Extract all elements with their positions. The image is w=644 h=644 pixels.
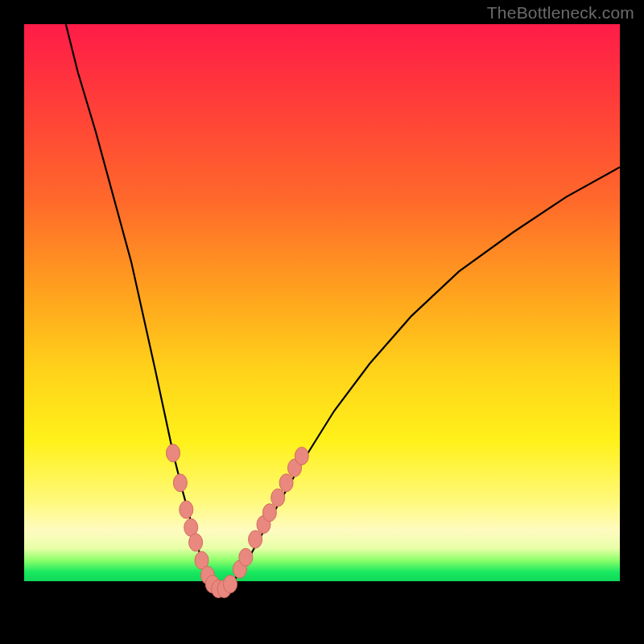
data-marker (239, 548, 253, 566)
data-marker (224, 576, 237, 593)
data-marker (271, 489, 285, 506)
data-marker (189, 534, 203, 551)
data-marker (279, 474, 293, 492)
marker-group (167, 444, 309, 598)
data-marker (262, 504, 276, 522)
data-marker (249, 530, 262, 548)
curve-right (221, 167, 620, 590)
outer-frame: TheBottleneck.com (0, 0, 644, 644)
watermark-text: TheBottleneck.com (487, 3, 634, 23)
data-marker (295, 448, 308, 465)
data-marker (167, 444, 180, 462)
curve-left (66, 24, 221, 590)
chart-svg (24, 24, 620, 620)
data-marker (180, 501, 193, 518)
data-marker (173, 474, 187, 492)
plot-area (24, 24, 620, 620)
